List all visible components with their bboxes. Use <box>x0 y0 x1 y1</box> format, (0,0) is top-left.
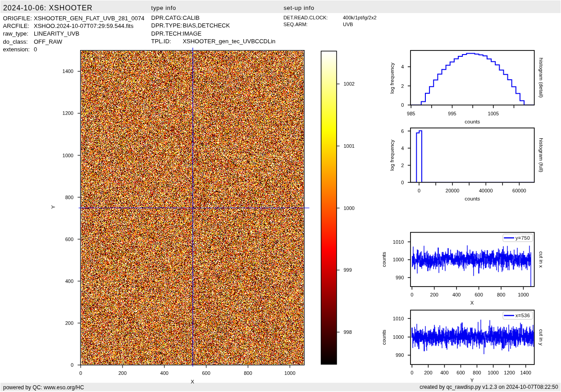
svg-text:0: 0 <box>410 370 413 375</box>
svg-text:1400: 1400 <box>520 370 531 375</box>
svg-text:1005: 1005 <box>488 111 499 116</box>
svg-text:counts: counts <box>465 196 480 201</box>
svg-text:990: 990 <box>396 352 404 358</box>
svg-text:600: 600 <box>456 370 465 375</box>
svg-text:XSHOOTER_gen_tec_UVBCCDLin: XSHOOTER_gen_tec_UVBCCDLin <box>182 38 275 45</box>
svg-text:400: 400 <box>440 370 448 375</box>
svg-text:X: X <box>470 300 474 305</box>
svg-text:999: 999 <box>344 267 352 273</box>
svg-text:SEQ.ARM:: SEQ.ARM: <box>283 22 308 27</box>
svg-text:set-up info: set-up info <box>283 5 314 11</box>
svg-text:log frequency: log frequency <box>389 140 395 171</box>
svg-text:2: 2 <box>401 163 404 168</box>
svg-text:DPR.TECH:: DPR.TECH: <box>151 30 183 37</box>
svg-text:800: 800 <box>65 195 73 200</box>
svg-text:ARCFILE:: ARCFILE: <box>3 23 30 29</box>
svg-text:0: 0 <box>34 46 37 53</box>
svg-text:1010: 1010 <box>393 239 404 245</box>
svg-text:1400: 1400 <box>63 68 73 74</box>
svg-text:counts: counts <box>465 119 480 124</box>
svg-text:counts: counts <box>381 252 387 267</box>
svg-text:cut in x: cut in x <box>538 251 544 268</box>
svg-text:800: 800 <box>497 292 505 297</box>
svg-text:1000: 1000 <box>393 334 404 340</box>
svg-text:TPL.ID:: TPL.ID: <box>151 38 171 45</box>
svg-text:400: 400 <box>160 370 169 376</box>
svg-text:40000: 40000 <box>479 188 493 193</box>
svg-text:600: 600 <box>474 292 483 297</box>
svg-text:extension:: extension: <box>3 46 30 53</box>
svg-text:995: 995 <box>448 111 456 116</box>
svg-text:1000: 1000 <box>284 370 295 376</box>
svg-text:6: 6 <box>401 128 404 134</box>
svg-text:800: 800 <box>244 370 252 376</box>
svg-text:400: 400 <box>452 292 461 297</box>
svg-text:DPR.CATG:: DPR.CATG: <box>151 14 183 21</box>
svg-text:XSHOO.2024-10-07T07:29:59.544.: XSHOO.2024-10-07T07:29:59.544.fits <box>34 23 134 29</box>
svg-text:1000: 1000 <box>344 205 355 211</box>
svg-text:1001: 1001 <box>344 143 355 149</box>
svg-text:400: 400 <box>65 278 73 284</box>
svg-text:985: 985 <box>407 111 415 116</box>
svg-text:1000: 1000 <box>63 153 73 158</box>
svg-text:1000: 1000 <box>518 292 529 297</box>
svg-text:0: 0 <box>79 370 82 376</box>
svg-text:200: 200 <box>430 292 438 297</box>
svg-text:histogram (full): histogram (full) <box>538 138 544 172</box>
svg-text:created by qc_rawdisp.py v1.2.: created by qc_rawdisp.py v1.2.3 on 2024-… <box>420 384 558 390</box>
svg-text:IMAGE: IMAGE <box>182 30 201 37</box>
svg-text:200: 200 <box>424 370 432 375</box>
svg-text:BIAS,DETCHECK: BIAS,DETCHECK <box>182 22 230 29</box>
svg-text:1000: 1000 <box>488 370 498 375</box>
svg-text:LINEARITY_UVB: LINEARITY_UVB <box>34 30 79 37</box>
svg-text:990: 990 <box>396 275 404 280</box>
svg-text:histogram (detail): histogram (detail) <box>538 58 544 98</box>
svg-text:600: 600 <box>202 370 210 376</box>
svg-text:UVB: UVB <box>343 22 353 27</box>
svg-text:2: 2 <box>401 83 404 89</box>
svg-text:cut in y: cut in y <box>538 329 544 346</box>
svg-text:200: 200 <box>65 320 73 326</box>
svg-text:Y: Y <box>50 205 56 209</box>
svg-text:4: 4 <box>401 146 404 151</box>
svg-text:20000: 20000 <box>446 188 460 193</box>
svg-text:1200: 1200 <box>63 110 73 116</box>
svg-text:800: 800 <box>473 370 481 375</box>
svg-text:1000: 1000 <box>393 257 404 262</box>
svg-text:0: 0 <box>418 188 420 193</box>
svg-text:1200: 1200 <box>504 370 515 375</box>
svg-text:CALIB: CALIB <box>182 14 200 21</box>
svg-text:y=750: y=750 <box>515 235 530 241</box>
svg-text:0: 0 <box>71 362 73 368</box>
svg-text:counts: counts <box>381 329 387 345</box>
svg-text:X: X <box>191 379 194 384</box>
svg-text:Y: Y <box>470 378 474 383</box>
svg-text:DET.READ.CLOCK:: DET.READ.CLOCK: <box>283 15 328 20</box>
svg-text:log frequency: log frequency <box>389 63 395 94</box>
svg-text:XSHOOTER_GEN_FLAT_UVB_281_0074: XSHOOTER_GEN_FLAT_UVB_281_0074 <box>34 15 144 22</box>
svg-text:2024-10-06: XSHOOTER: 2024-10-06: XSHOOTER <box>3 4 93 12</box>
svg-text:1002: 1002 <box>344 81 355 87</box>
svg-text:type info: type info <box>151 5 176 11</box>
svg-text:200: 200 <box>119 370 127 376</box>
svg-text:powered by QC: www.eso.org/HC: powered by QC: www.eso.org/HC <box>3 384 84 391</box>
svg-text:4: 4 <box>401 64 404 69</box>
svg-text:0: 0 <box>401 102 404 108</box>
svg-text:600: 600 <box>65 237 73 242</box>
svg-text:raw_type:: raw_type: <box>3 30 28 37</box>
svg-text:60000: 60000 <box>512 188 526 193</box>
svg-text:1010: 1010 <box>393 316 404 321</box>
svg-text:do_class:: do_class: <box>3 38 28 45</box>
svg-text:0: 0 <box>401 180 404 185</box>
svg-text:OFF_RAW: OFF_RAW <box>34 38 63 45</box>
svg-text:0: 0 <box>410 292 413 297</box>
svg-text:400k/1pt/lg/2x2: 400k/1pt/lg/2x2 <box>343 15 377 20</box>
svg-text:ORIGFILE:: ORIGFILE: <box>3 15 32 22</box>
svg-text:998: 998 <box>344 329 352 335</box>
svg-text:x=536: x=536 <box>515 313 530 318</box>
svg-text:DPR.TYPE:: DPR.TYPE: <box>151 22 182 29</box>
